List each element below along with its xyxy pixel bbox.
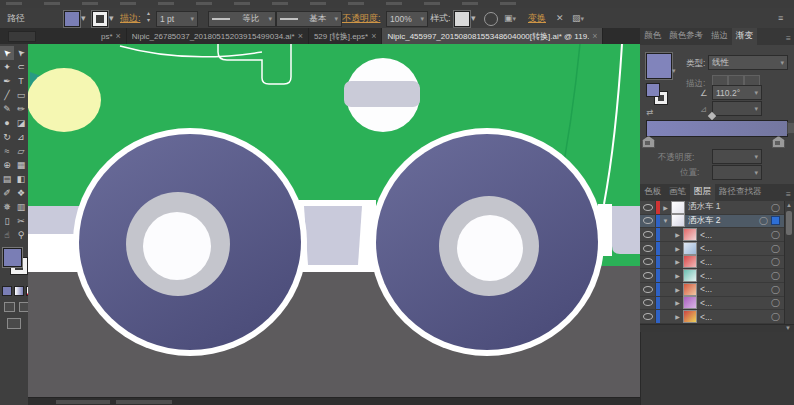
align-dropdown-icon[interactable]: ▨▾ — [572, 13, 584, 24]
tab-close-icon[interactable]: × — [298, 31, 303, 41]
color-button[interactable] — [2, 286, 12, 296]
expand-arrow-icon[interactable]: ▶ — [660, 204, 671, 211]
document-setup-icon[interactable] — [484, 12, 498, 26]
tab-close-icon[interactable]: × — [371, 31, 376, 41]
pen-tool[interactable]: ✒ — [0, 74, 14, 88]
stroke-color-swatch[interactable] — [92, 11, 108, 27]
style-swatch[interactable] — [454, 11, 470, 27]
reverse-gradient-icon[interactable]: ⇄ — [646, 107, 653, 117]
layer-thumbnail[interactable] — [683, 310, 697, 323]
wheel-right-hub[interactable] — [457, 215, 523, 281]
layer-thumbnail[interactable] — [683, 242, 697, 255]
panel-menu-icon[interactable]: ≡ — [783, 33, 794, 45]
aspect-ratio-field[interactable]: ▾ — [712, 101, 762, 116]
layer-row[interactable]: ▶<...◯ — [640, 297, 794, 311]
target-circle-icon[interactable]: ◯ — [771, 244, 780, 253]
panel-tab[interactable]: 渐变 — [732, 28, 757, 45]
lasso-tool[interactable]: ⊂ — [14, 60, 28, 74]
rear-bumper[interactable] — [612, 206, 640, 254]
layer-row[interactable]: ▶洒水车 1◯ — [640, 201, 794, 215]
fill-swatch[interactable] — [3, 248, 22, 267]
hand-tool[interactable]: ☝ — [0, 228, 14, 242]
layer-name[interactable]: <... — [700, 230, 769, 240]
paintbrush-tool[interactable]: ✎ — [0, 102, 14, 116]
stroke-stepper[interactable]: ▴▾ — [147, 10, 150, 24]
layer-name[interactable]: <... — [700, 298, 769, 308]
tab-close-icon[interactable]: × — [116, 31, 121, 41]
layer-name[interactable]: <... — [700, 271, 769, 281]
visibility-toggle[interactable] — [640, 256, 656, 269]
gas-cap-bar[interactable] — [344, 81, 420, 107]
panel-tab[interactable]: 路径查找器 — [715, 184, 766, 201]
layers-scrollbar[interactable]: ▲ — [784, 201, 794, 324]
panel-tab[interactable]: 色板 — [640, 184, 665, 201]
blob-brush-tool[interactable]: ● — [0, 116, 14, 130]
blend-tool[interactable]: ❖ — [14, 186, 28, 200]
visibility-toggle[interactable] — [640, 242, 656, 255]
fill-color-swatch[interactable] — [64, 11, 80, 27]
magic-wand-tool[interactable]: ✦ — [0, 60, 14, 74]
gradient-slider[interactable] — [646, 120, 788, 137]
column-graph-tool[interactable]: ▥ — [14, 200, 28, 214]
stroke-width-field[interactable]: 1 pt▾ — [156, 11, 198, 27]
document-tab[interactable]: 529 [转换].eps*× — [309, 28, 383, 44]
transform-link[interactable]: 变换 — [528, 8, 546, 28]
layer-thumbnail[interactable] — [683, 269, 697, 282]
scroll-down-icon[interactable]: ▼ — [785, 325, 791, 332]
artboard-tool[interactable]: ▯ — [0, 214, 14, 228]
layer-row[interactable]: ▶<...◯ — [640, 283, 794, 297]
layer-name[interactable]: <... — [700, 284, 769, 294]
artboard-canvas[interactable] — [28, 44, 640, 397]
stroke-dropdown-icon[interactable]: ▾ — [109, 13, 114, 23]
stroke-link[interactable]: 描边: — [120, 8, 141, 28]
layer-row[interactable]: ▶<...◯ — [640, 310, 794, 324]
layer-name[interactable]: 洒水车 1 — [688, 201, 769, 213]
symbol-sprayer-tool[interactable]: ✵ — [0, 200, 14, 214]
expand-arrow-icon[interactable]: ▶ — [672, 258, 683, 265]
wheel-right[interactable] — [370, 128, 604, 356]
layer-thumbnail[interactable] — [683, 228, 697, 241]
document-tab[interactable]: Nipic_26785037_20180515203915499034.ai*× — [127, 28, 309, 44]
direct-selection-tool[interactable]: ➤ — [14, 46, 28, 60]
tab-close-icon[interactable]: × — [592, 31, 597, 41]
stroke-width-dropdown-icon[interactable]: ▾ — [190, 15, 194, 23]
expand-arrow-icon[interactable]: ▶ — [672, 245, 683, 252]
status-box[interactable] — [56, 400, 110, 404]
width-tool[interactable]: ≈ — [0, 144, 14, 158]
gradient-stop-right[interactable] — [772, 136, 785, 148]
layer-name[interactable]: 洒水车 2 — [688, 215, 757, 227]
target-circle-icon[interactable]: ◯ — [759, 216, 768, 225]
perspective-grid-tool[interactable]: ▦ — [14, 158, 28, 172]
pencil-tool[interactable]: ✏ — [14, 102, 28, 116]
layer-thumbnail[interactable] — [671, 201, 685, 214]
layer-thumbnail[interactable] — [683, 296, 697, 309]
style-dropdown-icon[interactable]: ▾ — [471, 13, 476, 23]
target-circle-icon[interactable]: ◯ — [771, 271, 780, 280]
expand-arrow-icon[interactable]: ▼ — [660, 218, 671, 224]
scale-tool[interactable]: ⊿ — [14, 130, 28, 144]
rotate-tool[interactable]: ↻ — [0, 130, 14, 144]
wheel-left-hub[interactable] — [143, 212, 211, 280]
stop-opacity-field[interactable]: ▾ — [712, 149, 762, 164]
layer-name[interactable]: <... — [700, 257, 769, 267]
visibility-toggle[interactable] — [640, 297, 656, 310]
visibility-toggle[interactable] — [640, 201, 656, 214]
free-transform-icon[interactable]: ✕ — [556, 13, 564, 23]
gradient-tool[interactable]: ◧ — [14, 172, 28, 186]
panel-tab[interactable]: 画笔 — [665, 184, 690, 201]
collapse-panel-icon[interactable]: ≡ — [778, 13, 783, 23]
visibility-toggle[interactable] — [640, 215, 656, 228]
document-tab[interactable]: Nipic_455997_20150808155348604000[转换].ai… — [382, 28, 603, 44]
draw-normal-button[interactable] — [4, 302, 15, 312]
expand-arrow-icon[interactable]: ▶ — [672, 313, 683, 320]
expand-arrow-icon[interactable]: ▶ — [672, 286, 683, 293]
zoom-tool[interactable]: ⚲ — [14, 228, 28, 242]
screen-mode-button[interactable] — [7, 318, 21, 329]
type-tool[interactable]: T — [14, 74, 28, 88]
target-circle-icon[interactable]: ◯ — [771, 203, 780, 212]
layer-thumbnail[interactable] — [683, 283, 697, 296]
gradient-type-dropdown[interactable]: 线性▾ — [708, 55, 788, 70]
scroll-up-icon[interactable]: ▲ — [786, 202, 792, 208]
target-circle-icon[interactable]: ◯ — [771, 312, 780, 321]
layer-name[interactable]: <... — [700, 312, 769, 322]
